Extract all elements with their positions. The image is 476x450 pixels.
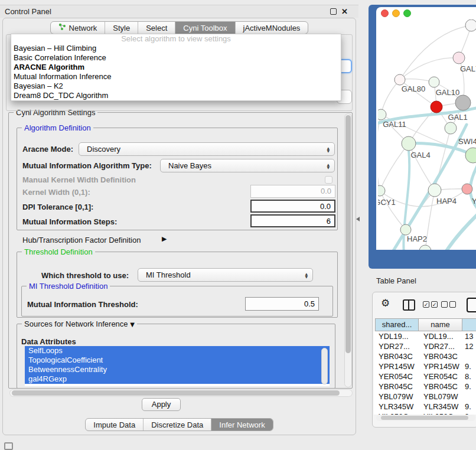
data-attribute-item[interactable]: gal4RGexp bbox=[25, 374, 330, 384]
deselect-all-checks-icon[interactable] bbox=[441, 301, 456, 308]
algorithm-option[interactable]: Mutual Information Inference bbox=[11, 72, 341, 81]
sources-legend[interactable]: Sources for Network Inference ▼ bbox=[22, 319, 137, 328]
table-row[interactable]: YBR045CYBR045C9. bbox=[374, 381, 476, 392]
network-node[interactable] bbox=[378, 109, 386, 120]
algorithm-dropdown-prompt: Select algorithm to view settings bbox=[11, 34, 341, 44]
data-attributes-list[interactable]: SelfLoopsTopologicalCoefficientBetweenne… bbox=[25, 346, 330, 386]
float-panel-icon[interactable] bbox=[330, 8, 337, 15]
columns-icon[interactable] bbox=[403, 299, 415, 311]
network-node[interactable] bbox=[419, 245, 431, 250]
collapse-down-icon: ▼ bbox=[130, 321, 135, 328]
network-node[interactable] bbox=[445, 122, 457, 134]
mac-close-icon[interactable] bbox=[381, 9, 389, 17]
restore-panel-icon[interactable] bbox=[4, 442, 13, 450]
select-all-checks-icon[interactable]: ✓✓ bbox=[423, 301, 438, 308]
which-threshold-label: Which threshold to use: bbox=[41, 271, 129, 280]
tab-style[interactable]: Style bbox=[105, 22, 138, 34]
mi-type-label: Mutual Information Algorithm Type: bbox=[22, 161, 152, 170]
tab-discretize-data[interactable]: Discretize Data bbox=[143, 419, 211, 431]
tab-jactivemnodules[interactable]: jActiveMNodules bbox=[235, 22, 308, 34]
mi-steps-field[interactable]: 6 bbox=[250, 214, 335, 227]
network-edge[interactable] bbox=[380, 191, 406, 230]
close-panel-icon[interactable]: ✕ bbox=[341, 7, 348, 16]
hub-definition-label[interactable]: Hub/Transcription Factor Definition bbox=[22, 236, 141, 244]
network-node[interactable] bbox=[431, 101, 442, 113]
algorithm-option[interactable]: ARACNE Algorithm bbox=[11, 63, 341, 72]
attributes-list-scrollbar[interactable] bbox=[321, 348, 328, 384]
network-edge[interactable] bbox=[400, 58, 459, 80]
mi-threshold-field[interactable]: 0.5 bbox=[245, 297, 319, 311]
network-node[interactable] bbox=[453, 52, 465, 64]
mac-zoom-icon[interactable] bbox=[403, 9, 411, 17]
expand-right-icon[interactable]: ▶ bbox=[162, 235, 167, 243]
algorithm-option[interactable]: Bayesian – K2 bbox=[11, 81, 341, 91]
mac-minimize-icon[interactable] bbox=[392, 9, 400, 17]
network-node[interactable] bbox=[400, 224, 411, 235]
algorithm-option[interactable]: Dream8 DC_TDC Algorithm bbox=[11, 91, 341, 100]
algorithm-option[interactable]: Basic Correlation Inference bbox=[11, 53, 341, 63]
network-node[interactable] bbox=[429, 77, 439, 87]
network-edge-highlighted[interactable] bbox=[444, 211, 476, 250]
table-cell: YBR045C bbox=[419, 381, 462, 392]
tab-label: Infer Network bbox=[219, 419, 265, 431]
network-edge[interactable] bbox=[381, 80, 400, 115]
network-edge[interactable] bbox=[378, 115, 381, 191]
table-cell: YLR345W bbox=[374, 402, 419, 412]
kernel-width-field[interactable]: 0.0 bbox=[250, 185, 335, 198]
tab-label: Network bbox=[69, 22, 97, 34]
data-attribute-item[interactable]: TopologicalCoefficient bbox=[25, 356, 330, 365]
aracne-mode-select[interactable]: Discovery ▲▼ bbox=[79, 142, 335, 156]
mi-algorithm-type-select[interactable]: Naive Bayes ▲▼ bbox=[160, 159, 335, 172]
splitter-collapse-icon[interactable] bbox=[356, 217, 360, 221]
table-row[interactable]: YPR145WYPR145W9. bbox=[374, 361, 476, 371]
table-cell: YPR145W bbox=[374, 361, 419, 371]
table-cell: 9. bbox=[462, 361, 476, 371]
data-attribute-item[interactable]: BetweennessCentrality bbox=[25, 365, 330, 374]
tab-infer-network[interactable]: Infer Network bbox=[211, 419, 272, 431]
table-cell: YER054C bbox=[374, 371, 419, 381]
algorithm-option[interactable]: Bayesian – Hill Climbing bbox=[11, 44, 341, 53]
data-attribute-item[interactable]: SelfLoops bbox=[25, 346, 330, 356]
gear-icon[interactable]: ⚙ bbox=[381, 297, 390, 309]
which-threshold-select[interactable]: MI Threshold ▲▼ bbox=[138, 268, 313, 282]
table-row[interactable]: YBL079WYBL079W bbox=[374, 392, 476, 402]
network-node[interactable] bbox=[465, 19, 476, 31]
table-row[interactable]: YBR043CYBR043C bbox=[374, 351, 476, 361]
network-node[interactable] bbox=[378, 185, 385, 196]
column-header[interactable]: shared... bbox=[375, 318, 419, 331]
column-header[interactable]: name bbox=[419, 318, 462, 331]
settings-vertical-scrollbar-thumb[interactable] bbox=[345, 115, 351, 353]
combo-arrows-icon: ▲▼ bbox=[327, 163, 330, 169]
column-header[interactable]: A bbox=[462, 318, 476, 331]
manual-kernel-checkbox[interactable] bbox=[325, 176, 332, 184]
dpi-tolerance-label: DPI Tolerance [0,1]: bbox=[22, 203, 93, 211]
node-label: GAL10 bbox=[436, 88, 459, 97]
network-node[interactable] bbox=[395, 74, 405, 85]
data-attributes-label: Data Attributes bbox=[21, 337, 76, 346]
tab-impute-data[interactable]: Impute Data bbox=[86, 419, 143, 431]
apply-button[interactable]: Apply bbox=[142, 398, 181, 411]
network-canvas[interactable]: GAL7GAL80GAL10GAL11GAL1SWI4GAL4GCY1HAP4Y… bbox=[378, 19, 476, 250]
table-horizontal-scrollbar[interactable] bbox=[376, 415, 475, 421]
network-node[interactable] bbox=[428, 184, 441, 197]
table-row[interactable]: YER054CYER054C8. bbox=[374, 371, 476, 381]
node-label: HAP2 bbox=[407, 234, 427, 243]
tab-cyni-toolbox[interactable]: Cyni Toolbox bbox=[175, 22, 234, 34]
network-edge[interactable] bbox=[380, 144, 409, 191]
network-node[interactable] bbox=[402, 136, 416, 151]
table-panel-titlebar: Table Panel bbox=[369, 272, 476, 289]
table-row[interactable]: YDL19...YDL19...13 bbox=[374, 331, 476, 341]
dpi-tolerance-field[interactable]: 0.0 bbox=[250, 200, 335, 213]
table-row[interactable]: YLR345WYLR345W9. bbox=[374, 402, 476, 412]
network-node[interactable] bbox=[455, 95, 471, 110]
settings-horizontal-scrollbar-thumb[interactable] bbox=[12, 390, 340, 396]
network-node[interactable] bbox=[465, 148, 476, 163]
table-cell: YBR043C bbox=[419, 351, 462, 361]
kernel-width-label: Kernel Width (0,1): bbox=[22, 188, 90, 197]
add-column-icon[interactable] bbox=[467, 298, 476, 312]
network-node[interactable] bbox=[462, 184, 472, 194]
table-row[interactable]: YDR27...YDR27...12 bbox=[374, 341, 476, 351]
node-label: GCY1 bbox=[378, 198, 396, 207]
tab-select[interactable]: Select bbox=[138, 22, 175, 34]
tab-network[interactable]: Network bbox=[51, 22, 105, 34]
